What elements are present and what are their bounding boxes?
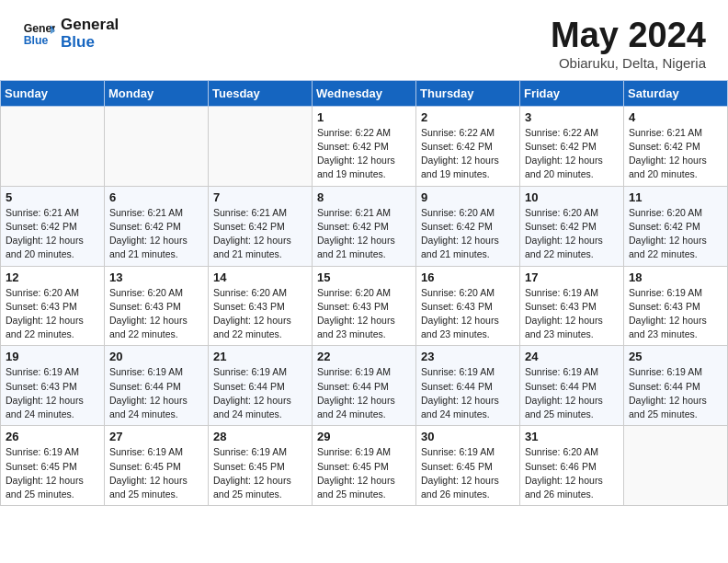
day-info: Sunrise: 6:19 AMSunset: 6:45 PMDaylight:… (317, 445, 411, 501)
month-title: May 2024 (551, 17, 706, 55)
day-number: 19 (6, 350, 99, 363)
day-info: Sunrise: 6:19 AMSunset: 6:44 PMDaylight:… (629, 365, 722, 421)
day-number: 2 (421, 110, 515, 124)
logo-general: General (61, 17, 119, 34)
title-block: May 2024 Obiaruku, Delta, Nigeria (551, 17, 706, 71)
day-info: Sunrise: 6:19 AMSunset: 6:43 PMDaylight:… (525, 286, 619, 342)
calendar-cell: 31Sunrise: 6:20 AMSunset: 6:46 PMDayligh… (520, 426, 624, 506)
day-info: Sunrise: 6:19 AMSunset: 6:44 PMDaylight:… (317, 365, 411, 421)
calendar-cell: 5Sunrise: 6:21 AMSunset: 6:42 PMDaylight… (1, 186, 105, 266)
day-number: 15 (317, 270, 411, 284)
day-info: Sunrise: 6:21 AMSunset: 6:42 PMDaylight:… (629, 126, 722, 182)
calendar-cell: 21Sunrise: 6:19 AMSunset: 6:44 PMDayligh… (209, 346, 313, 426)
day-number: 6 (109, 190, 203, 204)
svg-text:Blue: Blue (24, 34, 49, 47)
logo-blue: Blue (61, 34, 119, 52)
day-number: 31 (525, 430, 619, 443)
calendar-cell: 3Sunrise: 6:22 AMSunset: 6:42 PMDaylight… (520, 106, 624, 186)
day-info: Sunrise: 6:22 AMSunset: 6:42 PMDaylight:… (317, 126, 411, 182)
day-info: Sunrise: 6:20 AMSunset: 6:42 PMDaylight:… (525, 206, 619, 262)
day-info: Sunrise: 6:19 AMSunset: 6:44 PMDaylight:… (213, 365, 307, 421)
calendar-cell (209, 106, 313, 186)
calendar-cell: 8Sunrise: 6:21 AMSunset: 6:42 PMDaylight… (313, 186, 416, 266)
weekday-header-thursday: Thursday (416, 80, 520, 106)
day-info: Sunrise: 6:21 AMSunset: 6:42 PMDaylight:… (109, 206, 203, 262)
day-number: 30 (421, 430, 515, 443)
calendar-cell: 28Sunrise: 6:19 AMSunset: 6:45 PMDayligh… (209, 426, 313, 506)
day-info: Sunrise: 6:19 AMSunset: 6:43 PMDaylight:… (6, 365, 99, 421)
calendar-cell: 20Sunrise: 6:19 AMSunset: 6:44 PMDayligh… (105, 346, 209, 426)
calendar-cell: 7Sunrise: 6:21 AMSunset: 6:42 PMDaylight… (209, 186, 313, 266)
calendar-cell: 25Sunrise: 6:19 AMSunset: 6:44 PMDayligh… (624, 346, 728, 426)
calendar-cell: 15Sunrise: 6:20 AMSunset: 6:43 PMDayligh… (313, 266, 416, 346)
day-info: Sunrise: 6:20 AMSunset: 6:43 PMDaylight:… (6, 286, 99, 342)
day-number: 16 (421, 270, 515, 284)
day-info: Sunrise: 6:19 AMSunset: 6:44 PMDaylight:… (525, 365, 619, 421)
calendar-cell: 6Sunrise: 6:21 AMSunset: 6:42 PMDaylight… (105, 186, 209, 266)
day-number: 27 (109, 430, 203, 443)
day-info: Sunrise: 6:21 AMSunset: 6:42 PMDaylight:… (317, 206, 411, 262)
day-info: Sunrise: 6:22 AMSunset: 6:42 PMDaylight:… (421, 126, 515, 182)
day-number: 13 (109, 270, 203, 284)
calendar-cell (105, 106, 209, 186)
calendar-cell: 11Sunrise: 6:20 AMSunset: 6:42 PMDayligh… (624, 186, 728, 266)
calendar-cell: 26Sunrise: 6:19 AMSunset: 6:45 PMDayligh… (1, 426, 105, 506)
calendar-cell: 17Sunrise: 6:19 AMSunset: 6:43 PMDayligh… (520, 266, 624, 346)
weekday-header-sunday: Sunday (1, 80, 105, 106)
day-number: 20 (109, 350, 203, 363)
day-info: Sunrise: 6:20 AMSunset: 6:43 PMDaylight:… (109, 286, 203, 342)
day-info: Sunrise: 6:20 AMSunset: 6:42 PMDaylight:… (629, 206, 722, 262)
day-number: 22 (317, 350, 411, 363)
calendar-cell: 30Sunrise: 6:19 AMSunset: 6:45 PMDayligh… (416, 426, 520, 506)
calendar-cell: 22Sunrise: 6:19 AMSunset: 6:44 PMDayligh… (313, 346, 416, 426)
day-number: 9 (421, 190, 515, 204)
day-info: Sunrise: 6:19 AMSunset: 6:45 PMDaylight:… (6, 445, 99, 501)
day-info: Sunrise: 6:19 AMSunset: 6:45 PMDaylight:… (109, 445, 203, 501)
day-number: 17 (525, 270, 619, 284)
day-number: 11 (629, 190, 722, 204)
calendar-cell: 9Sunrise: 6:20 AMSunset: 6:42 PMDaylight… (416, 186, 520, 266)
day-number: 21 (213, 350, 307, 363)
day-number: 24 (525, 350, 619, 363)
day-number: 5 (6, 190, 99, 204)
weekday-header-wednesday: Wednesday (313, 80, 416, 106)
weekday-header-tuesday: Tuesday (209, 80, 313, 106)
weekday-header-saturday: Saturday (624, 80, 728, 106)
day-info: Sunrise: 6:22 AMSunset: 6:42 PMDaylight:… (525, 126, 619, 182)
weekday-header-friday: Friday (520, 80, 624, 106)
day-number: 28 (213, 430, 307, 443)
day-info: Sunrise: 6:21 AMSunset: 6:42 PMDaylight:… (6, 206, 99, 262)
calendar-cell: 10Sunrise: 6:20 AMSunset: 6:42 PMDayligh… (520, 186, 624, 266)
day-number: 12 (6, 270, 99, 284)
day-number: 3 (525, 110, 619, 124)
day-info: Sunrise: 6:19 AMSunset: 6:45 PMDaylight:… (213, 445, 307, 501)
day-info: Sunrise: 6:20 AMSunset: 6:43 PMDaylight:… (213, 286, 307, 342)
svg-text:General: General (24, 22, 55, 35)
logo: General Blue General Blue (22, 17, 119, 51)
day-number: 18 (629, 270, 722, 284)
calendar-cell: 14Sunrise: 6:20 AMSunset: 6:43 PMDayligh… (209, 266, 313, 346)
calendar-cell: 13Sunrise: 6:20 AMSunset: 6:43 PMDayligh… (105, 266, 209, 346)
calendar-cell: 23Sunrise: 6:19 AMSunset: 6:44 PMDayligh… (416, 346, 520, 426)
day-number: 8 (317, 190, 411, 204)
day-info: Sunrise: 6:20 AMSunset: 6:43 PMDaylight:… (317, 286, 411, 342)
day-info: Sunrise: 6:19 AMSunset: 6:43 PMDaylight:… (629, 286, 722, 342)
location-subtitle: Obiaruku, Delta, Nigeria (551, 55, 706, 71)
calendar-cell: 29Sunrise: 6:19 AMSunset: 6:45 PMDayligh… (313, 426, 416, 506)
day-number: 14 (213, 270, 307, 284)
calendar-cell: 12Sunrise: 6:20 AMSunset: 6:43 PMDayligh… (1, 266, 105, 346)
calendar-cell (624, 426, 728, 506)
calendar-cell: 2Sunrise: 6:22 AMSunset: 6:42 PMDaylight… (416, 106, 520, 186)
calendar-table: SundayMondayTuesdayWednesdayThursdayFrid… (0, 80, 728, 506)
weekday-header-monday: Monday (105, 80, 209, 106)
day-number: 26 (6, 430, 99, 443)
calendar-cell: 1Sunrise: 6:22 AMSunset: 6:42 PMDaylight… (313, 106, 416, 186)
day-info: Sunrise: 6:20 AMSunset: 6:46 PMDaylight:… (525, 445, 619, 501)
day-number: 29 (317, 430, 411, 443)
logo-icon: General Blue (22, 17, 55, 51)
calendar-cell: 24Sunrise: 6:19 AMSunset: 6:44 PMDayligh… (520, 346, 624, 426)
calendar-cell: 18Sunrise: 6:19 AMSunset: 6:43 PMDayligh… (624, 266, 728, 346)
calendar-cell: 19Sunrise: 6:19 AMSunset: 6:43 PMDayligh… (1, 346, 105, 426)
calendar-cell: 4Sunrise: 6:21 AMSunset: 6:42 PMDaylight… (624, 106, 728, 186)
calendar-cell: 16Sunrise: 6:20 AMSunset: 6:43 PMDayligh… (416, 266, 520, 346)
